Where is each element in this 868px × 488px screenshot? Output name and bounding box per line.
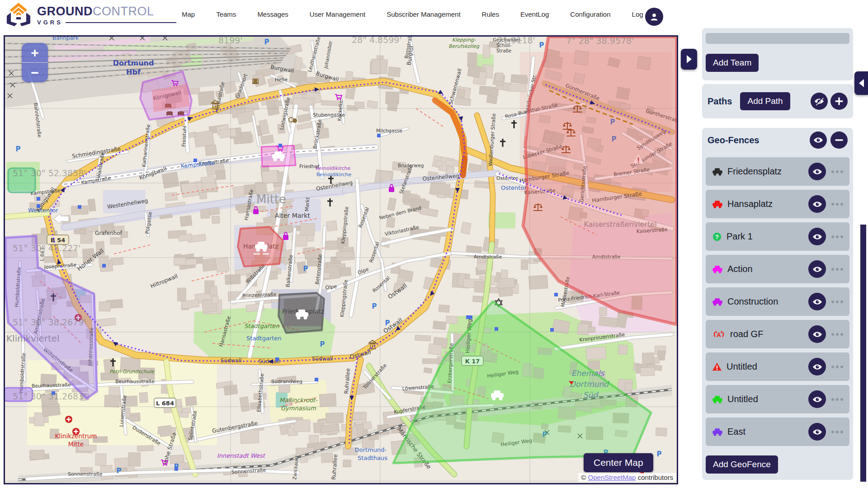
logo-control: CONTROL xyxy=(93,5,154,18)
geofence-label: East xyxy=(727,427,745,437)
tab-user-management[interactable]: User Management xyxy=(310,10,365,18)
svg-text:Südwall: Südwall xyxy=(312,356,333,362)
car-icon xyxy=(712,296,723,307)
svg-text:P: P xyxy=(539,41,544,49)
geofence-item-hansaplatz[interactable]: Hansaplatz xyxy=(706,190,849,218)
car-icon xyxy=(712,199,723,210)
geofence-visibility-button[interactable] xyxy=(808,195,826,213)
nav-menu: MapTeamsMessagesUser ManagementSubscribe… xyxy=(182,0,643,28)
logo[interactable]: GROUNDCONTROL VGRS xyxy=(5,1,176,27)
tab-messages[interactable]: Messages xyxy=(257,10,288,18)
paths-panel: Paths Add Path xyxy=(702,84,853,118)
geofence-visibility-button[interactable] xyxy=(808,228,826,245)
geofence-type-icon xyxy=(712,296,723,307)
team-list-item-partial[interactable] xyxy=(706,33,849,44)
geofence-visibility-button[interactable] xyxy=(808,260,826,278)
geofence-visibility-button[interactable] xyxy=(808,163,826,180)
map-canvas[interactable]: B 54L 684K 17BahnparkDortmundHbfBahnhofs… xyxy=(4,35,678,484)
geofence-label: Park 1 xyxy=(726,231,753,242)
svg-text:P: P xyxy=(264,38,269,46)
geofence-visibility-button[interactable] xyxy=(808,293,826,310)
geofences-title: Geo-Fences xyxy=(708,135,759,145)
add-path-button[interactable]: Add Path xyxy=(740,92,790,110)
logo-rule xyxy=(66,22,176,23)
svg-text:Reinoldikirche: Reinoldikirche xyxy=(316,165,350,171)
geofences-panel: Geo-Fences Friedensplatz Hansaplatz ? Pa… xyxy=(702,128,853,480)
tab-configuration[interactable]: Configuration xyxy=(570,10,610,18)
svg-text:Bruderweg: Bruderweg xyxy=(398,163,424,168)
geofence-visibility-button[interactable] xyxy=(808,423,826,441)
geofence-visibility-button[interactable] xyxy=(808,358,826,375)
zoom-out-button[interactable]: − xyxy=(22,63,48,82)
geofence-item-construction[interactable]: Construction xyxy=(706,287,849,316)
page-scrollbar[interactable] xyxy=(860,225,866,482)
zoom-in-button[interactable]: + xyxy=(22,43,48,62)
geofence-more-button[interactable] xyxy=(831,268,843,271)
svg-text:7° 28" 38.9578': 7° 28" 38.9578' xyxy=(566,37,634,46)
geofence-visibility-button[interactable] xyxy=(808,325,826,343)
logo-vgrs: VGRS xyxy=(37,19,63,26)
attribution-suffix: contributors xyxy=(638,474,673,481)
paths-expand-button[interactable] xyxy=(830,93,848,110)
svg-text:P: P xyxy=(16,145,21,153)
geofence-item-untitled[interactable]: Untitled xyxy=(706,352,849,381)
road-signal-icon: A xyxy=(712,329,726,339)
eye-icon xyxy=(812,427,823,437)
eye-icon xyxy=(812,329,823,340)
tab-map[interactable]: Map xyxy=(182,10,195,18)
car-icon xyxy=(712,264,723,275)
geofence-item-park-1[interactable]: ? Park 1 xyxy=(706,222,849,251)
svg-text:P: P xyxy=(117,467,122,475)
paths-visibility-button[interactable] xyxy=(811,93,828,110)
geofence-more-button[interactable] xyxy=(831,235,843,238)
top-nav-bar: GROUNDCONTROL VGRS MapTeamsMessagesUser … xyxy=(0,0,868,28)
geofence-item-untitled[interactable]: Untitled xyxy=(706,385,849,413)
svg-text:28" 4.8599': 28" 4.8599' xyxy=(352,37,402,45)
geofence-more-button[interactable] xyxy=(831,170,843,173)
center-map-button[interactable]: Center Map xyxy=(584,453,653,472)
add-team-button[interactable]: Add Team xyxy=(706,54,759,72)
geofence-more-button[interactable] xyxy=(831,300,843,303)
geofence-item-east[interactable]: East xyxy=(706,418,849,446)
sidebar-collapse-button[interactable] xyxy=(854,71,868,95)
svg-text:51° 30" 38.2679': 51° 30" 38.2679' xyxy=(13,317,86,327)
svg-text:51° 30" 45.227': 51° 30" 45.227' xyxy=(13,243,80,253)
geofence-label: Untitled xyxy=(727,394,758,404)
svg-text:Hbf: Hbf xyxy=(126,68,141,76)
map-panel-expand-button[interactable] xyxy=(681,49,697,70)
geofences-collapse-button[interactable] xyxy=(830,131,848,149)
svg-text:L 684: L 684 xyxy=(156,400,174,407)
tab-rules[interactable]: Rules xyxy=(482,10,499,18)
svg-text:P: P xyxy=(320,340,325,348)
tab-eventlog[interactable]: EventLog xyxy=(520,10,549,18)
geofence-more-button[interactable] xyxy=(831,398,843,401)
svg-text:Ostentor: Ostentor xyxy=(501,184,527,191)
geofence-item-road-gf[interactable]: A road GF xyxy=(706,320,849,348)
geofences-visibility-button[interactable] xyxy=(810,131,827,149)
geofence-label: Friedensplatz xyxy=(727,166,782,177)
geofence-type-icon: ? xyxy=(712,232,722,242)
geofence-more-button[interactable] xyxy=(831,366,843,368)
teams-panel: Add Team xyxy=(702,28,853,80)
geofence-item-friedensplatz[interactable]: Friedensplatz xyxy=(706,157,849,186)
eye-icon xyxy=(812,394,823,405)
osm-link[interactable]: OpenStreetMap xyxy=(588,474,636,481)
geofence-more-button[interactable] xyxy=(831,431,843,433)
car-icon xyxy=(712,166,723,177)
geofence-more-button[interactable] xyxy=(831,203,843,206)
svg-text:Stadtgarten: Stadtgarten xyxy=(246,335,282,342)
svg-text:Prinzenstraße: Prinzenstraße xyxy=(242,291,277,299)
eye-icon xyxy=(812,166,823,177)
svg-text:Gymnasium: Gymnasium xyxy=(281,405,316,412)
person-icon xyxy=(649,12,659,22)
geofence-item-action[interactable]: Action xyxy=(706,255,849,283)
car-icon xyxy=(712,427,723,437)
tab-teams[interactable]: Teams xyxy=(216,10,236,18)
add-geofence-button[interactable]: Add GeoFence xyxy=(706,455,778,474)
geofence-more-button[interactable] xyxy=(831,333,843,336)
tab-log[interactable]: Log xyxy=(632,10,643,18)
tab-subscriber-management[interactable]: Subscriber Management xyxy=(387,10,460,18)
geofence-visibility-button[interactable] xyxy=(808,390,826,408)
geofence-type-icon xyxy=(712,264,723,275)
user-avatar-button[interactable] xyxy=(645,8,663,26)
